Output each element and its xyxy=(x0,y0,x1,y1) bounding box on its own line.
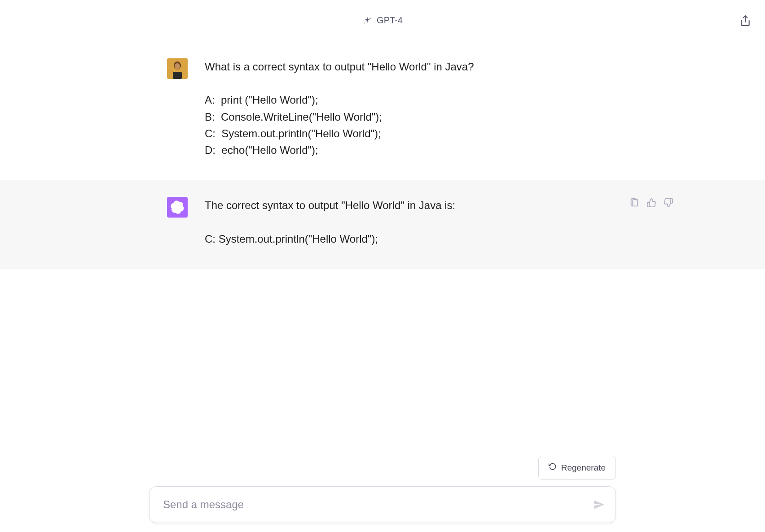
header: GPT-4 xyxy=(0,0,765,41)
sparkle-icon xyxy=(362,16,372,26)
user-avatar xyxy=(167,58,188,79)
message-input[interactable] xyxy=(149,486,616,523)
copy-icon[interactable] xyxy=(629,197,640,209)
svg-rect-5 xyxy=(633,200,638,206)
thumbs-up-icon[interactable] xyxy=(646,197,657,209)
svg-rect-4 xyxy=(173,72,182,79)
input-area: Regenerate xyxy=(0,477,765,532)
send-button[interactable] xyxy=(591,497,607,513)
regenerate-label: Regenerate xyxy=(561,463,606,473)
user-message-text: What is a correct syntax to output "Hell… xyxy=(205,58,598,158)
svg-point-3 xyxy=(175,63,180,70)
conversation: What is a correct syntax to output "Hell… xyxy=(0,41,765,269)
share-button[interactable] xyxy=(739,14,752,27)
thumbs-down-icon[interactable] xyxy=(663,197,674,209)
model-name-label: GPT-4 xyxy=(377,15,403,26)
regenerate-button[interactable]: Regenerate xyxy=(538,456,616,480)
user-message-row: What is a correct syntax to output "Hell… xyxy=(0,41,765,180)
assistant-avatar xyxy=(167,197,188,218)
regenerate-icon xyxy=(549,462,557,473)
model-indicator: GPT-4 xyxy=(362,15,403,26)
assistant-message-row: The correct syntax to output "Hello Worl… xyxy=(0,180,765,269)
message-actions xyxy=(629,197,674,209)
assistant-message-text: The correct syntax to output "Hello Worl… xyxy=(205,197,598,247)
